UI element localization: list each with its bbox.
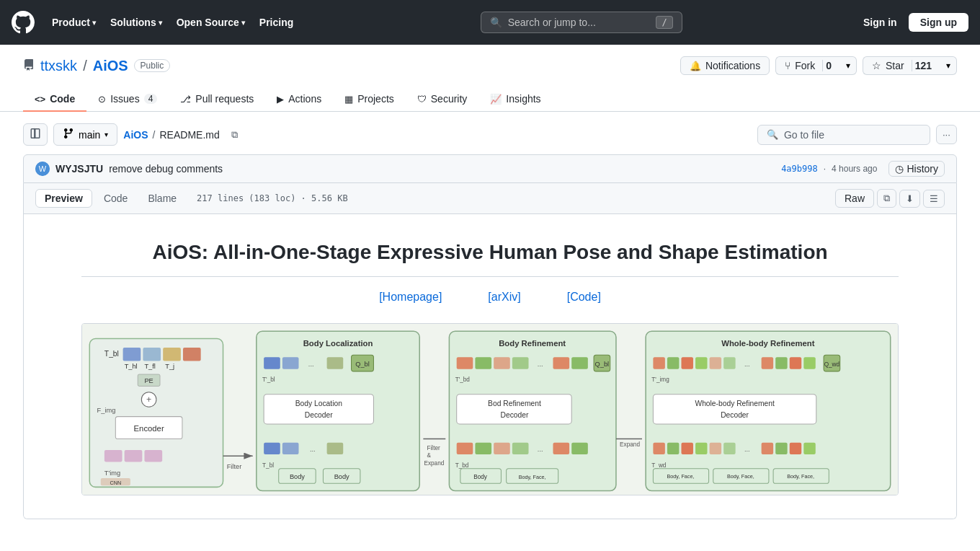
copy-path-button[interactable]: ⧉: [226, 126, 244, 144]
projects-icon: ▦: [344, 94, 353, 105]
star-button[interactable]: ☆ Star 121: [863, 56, 940, 75]
svg-text:Body Localization: Body Localization: [303, 339, 373, 348]
history-button[interactable]: ◷ History: [888, 161, 945, 177]
tab-pull-requests[interactable]: ⎇ Pull requests: [169, 87, 265, 112]
go-to-file-search[interactable]: 🔍 Go to file: [757, 125, 930, 145]
outline-button[interactable]: ☰: [923, 190, 945, 208]
svg-rect-82: [653, 357, 664, 369]
svg-text:T_hl: T_hl: [125, 363, 138, 370]
arxiv-link[interactable]: [arXiv]: [488, 288, 520, 306]
nav-open-source[interactable]: Open Source ▾: [171, 12, 251, 32]
raw-button[interactable]: Raw: [835, 189, 874, 208]
github-logo[interactable]: [12, 11, 35, 34]
breadcrumb-root-link[interactable]: AiOS: [123, 129, 148, 141]
svg-text:T'_bl: T'_bl: [262, 376, 275, 383]
file-view-tabs: Preview Code Blame: [35, 189, 185, 208]
tab-projects[interactable]: ▦ Projects: [333, 87, 406, 112]
nav-pricing[interactable]: Pricing: [254, 12, 299, 32]
homepage-link[interactable]: [Homepage]: [379, 288, 442, 306]
copy-raw-button[interactable]: ⧉: [877, 189, 896, 208]
svg-text:Filter: Filter: [227, 463, 242, 470]
fork-button[interactable]: ⑂ Fork 0: [775, 56, 840, 75]
download-button[interactable]: ⬇: [899, 190, 920, 208]
repo-title-row: ttxskk / AiOS Public 🔔 Notifications ⑂ F…: [23, 56, 957, 75]
svg-rect-92: [803, 357, 815, 369]
nav-solutions[interactable]: Solutions ▾: [104, 12, 168, 32]
readme-links-row: [Homepage] [arXiv] [Code]: [81, 288, 899, 306]
svg-rect-104: [723, 443, 735, 454]
svg-rect-53: [457, 357, 473, 369]
commit-time: 4 hours ago: [832, 164, 877, 174]
nav-product[interactable]: Product ▾: [46, 12, 102, 32]
star-count: 121: [912, 60, 932, 71]
svg-text:Body Location: Body Location: [295, 400, 342, 407]
readme-title: AiOS: All-in-One-Stage Expressive Human …: [81, 237, 899, 277]
search-box[interactable]: 🔍 Search or jump to... /: [481, 12, 682, 33]
repo-owner-link[interactable]: ttxskk: [40, 58, 77, 74]
sign-in-button[interactable]: Sign in: [863, 17, 897, 28]
github-logo-icon: [12, 11, 35, 34]
svg-rect-69: [512, 443, 529, 454]
tab-actions[interactable]: ▶ Actions: [265, 87, 333, 112]
blame-tab[interactable]: Blame: [139, 189, 185, 208]
svg-rect-85: [695, 357, 707, 369]
copy-icon: ⧉: [231, 129, 238, 140]
svg-rect-17: [104, 450, 122, 462]
svg-rect-19: [144, 450, 162, 462]
svg-rect-41: [327, 443, 344, 454]
svg-rect-58: [553, 357, 569, 369]
star-dropdown-button[interactable]: ▾: [940, 56, 957, 75]
branch-selector-button[interactable]: main ▾: [53, 123, 117, 146]
svg-rect-54: [475, 357, 491, 369]
svg-rect-89: [762, 357, 773, 369]
svg-rect-18: [125, 450, 143, 462]
svg-rect-107: [775, 443, 787, 454]
svg-rect-67: [475, 443, 491, 454]
product-chevron-icon: ▾: [92, 19, 96, 27]
avatar-icon: W: [35, 162, 50, 176]
svg-rect-28: [264, 357, 280, 369]
history-clock-icon: ◷: [895, 163, 904, 175]
header-search: 🔍 Search or jump to... /: [311, 12, 852, 33]
svg-rect-90: [775, 357, 787, 369]
svg-text:...: ...: [744, 361, 750, 368]
svg-text:Whole-body Refinement: Whole-body Refinement: [695, 400, 774, 407]
sidebar-toggle-icon: [30, 131, 41, 141]
tab-insights[interactable]: 📈 Insights: [478, 87, 552, 112]
commit-hash-link[interactable]: 4a9b998: [781, 164, 818, 174]
tab-code[interactable]: <> Code: [23, 87, 86, 112]
commit-author-name[interactable]: WYJSJTU: [55, 163, 103, 175]
open-source-chevron-icon: ▾: [241, 19, 245, 27]
more-options-button[interactable]: ···: [936, 125, 957, 144]
tab-issues[interactable]: ⊙ Issues 4: [86, 87, 169, 112]
svg-rect-72: [571, 443, 588, 454]
svg-text:Body: Body: [290, 473, 305, 480]
svg-text:CNN: CNN: [110, 480, 122, 486]
tab-security[interactable]: 🛡 Security: [406, 87, 479, 112]
svg-text:T'img: T'img: [104, 470, 120, 477]
search-placeholder-text: Search or jump to...: [508, 17, 651, 28]
notifications-button[interactable]: 🔔 Notifications: [680, 56, 770, 75]
svg-rect-55: [494, 357, 510, 369]
svg-rect-4: [143, 348, 161, 361]
tab-projects-label: Projects: [357, 93, 394, 105]
tab-pr-label: Pull requests: [195, 93, 254, 105]
svg-text:Body: Body: [334, 473, 349, 480]
svg-text:PE: PE: [144, 377, 153, 384]
svg-rect-59: [571, 357, 588, 369]
preview-tab[interactable]: Preview: [35, 189, 92, 208]
svg-rect-103: [710, 443, 721, 454]
branch-chevron-icon: ▾: [104, 131, 108, 138]
actions-icon: ▶: [277, 94, 284, 105]
sign-up-button[interactable]: Sign up: [909, 13, 968, 32]
code-link[interactable]: [Code]: [567, 288, 601, 306]
sidebar-toggle-button[interactable]: [23, 123, 48, 146]
svg-rect-100: [667, 443, 679, 454]
svg-rect-109: [803, 443, 815, 454]
svg-rect-29: [282, 357, 299, 369]
repo-name-link[interactable]: AiOS: [93, 58, 128, 74]
code-tab[interactable]: Code: [95, 189, 136, 208]
fork-dropdown-button[interactable]: ▾: [840, 56, 857, 75]
svg-rect-66: [457, 443, 473, 454]
svg-text:Body: Body: [473, 474, 488, 480]
